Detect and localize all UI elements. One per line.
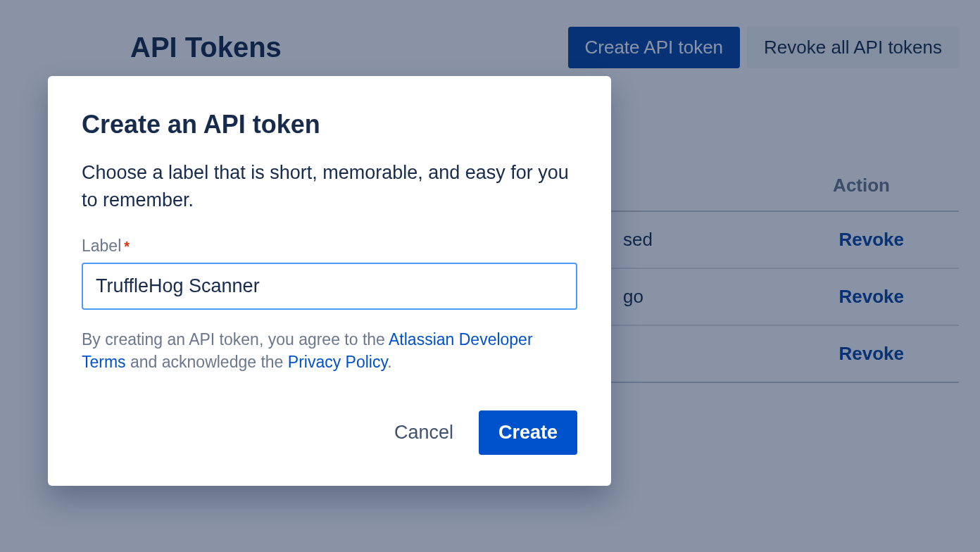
legal-text: By creating an API token, you agree to t…	[82, 328, 577, 373]
modal-actions: Cancel Create	[82, 410, 577, 455]
label-field-label: Label	[82, 237, 121, 256]
create-button[interactable]: Create	[479, 410, 577, 455]
cancel-button[interactable]: Cancel	[389, 413, 459, 452]
legal-middle: and acknowledge the	[126, 353, 288, 371]
legal-suffix: .	[387, 353, 391, 371]
required-indicator: *	[124, 239, 130, 255]
label-input[interactable]	[82, 263, 577, 310]
modal-title: Create an API token	[82, 110, 577, 139]
modal-description: Choose a label that is short, memorable,…	[82, 159, 577, 214]
label-field-label-row: Label *	[82, 237, 577, 256]
privacy-policy-link[interactable]: Privacy Policy	[288, 353, 387, 371]
legal-prefix: By creating an API token, you agree to t…	[82, 330, 389, 349]
create-token-modal: Create an API token Choose a label that …	[48, 76, 611, 486]
